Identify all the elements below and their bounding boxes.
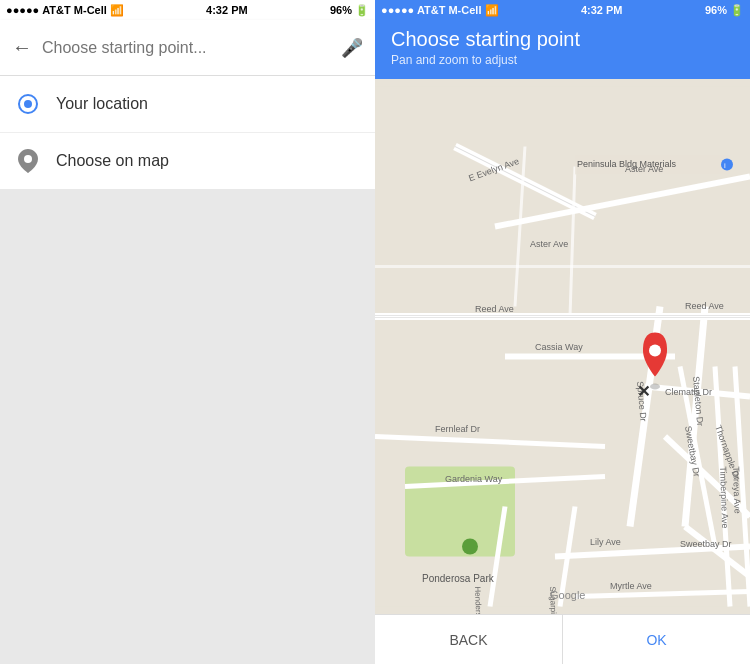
- svg-text:Reed Ave: Reed Ave: [685, 301, 724, 311]
- ok-label: OK: [646, 632, 666, 648]
- svg-point-58: [649, 345, 661, 357]
- wifi-icon-right: 📶: [485, 4, 499, 16]
- carrier-signal-left: ●●●●● AT&T M-Cell 📶: [6, 4, 124, 17]
- top-bar: Choose starting point Pan and zoom to ad…: [375, 20, 750, 79]
- status-icons-right: 96% 🔋: [705, 4, 744, 17]
- svg-text:✕: ✕: [637, 383, 650, 400]
- svg-text:Reed Ave: Reed Ave: [475, 304, 514, 314]
- option-your-location[interactable]: Your location: [0, 76, 375, 133]
- svg-text:Lily Ave: Lily Ave: [590, 537, 621, 547]
- svg-point-30: [721, 159, 733, 171]
- svg-point-57: [650, 384, 660, 390]
- svg-text:Torreya Ave: Torreya Ave: [731, 466, 743, 514]
- svg-text:Fernleaf Dr: Fernleaf Dr: [435, 424, 480, 434]
- location-dot-icon: [16, 92, 40, 116]
- svg-text:Aster Ave: Aster Ave: [530, 239, 568, 249]
- svg-text:Ponderosa Park: Ponderosa Park: [422, 573, 495, 584]
- choose-on-map-label: Choose on map: [56, 152, 169, 170]
- svg-point-53: [462, 539, 478, 555]
- your-location-label: Your location: [56, 95, 148, 113]
- back-button-bottom[interactable]: BACK: [375, 615, 563, 664]
- back-button[interactable]: ←: [12, 36, 32, 59]
- ok-button[interactable]: OK: [563, 615, 750, 664]
- wifi-icon-left: 📶: [110, 4, 124, 17]
- svg-text:Henderson Ave: Henderson Ave: [473, 586, 484, 614]
- top-bar-subtitle: Pan and zoom to adjust: [391, 53, 734, 67]
- time-right: 4:32 PM: [581, 4, 623, 16]
- map-area[interactable]: Peninsula Bldg Materials i E Evelyn Ave …: [375, 79, 750, 614]
- right-panel: ●●●●● AT&T M-Cell 📶 4:32 PM 96% 🔋 Choose…: [375, 0, 750, 664]
- bottom-bar: BACK OK: [375, 614, 750, 664]
- status-bar-left: ●●●●● AT&T M-Cell 📶 4:32 PM 96% 🔋: [0, 0, 375, 20]
- search-input[interactable]: [42, 39, 331, 57]
- svg-text:Google: Google: [550, 589, 585, 601]
- mic-icon[interactable]: 🎤: [341, 37, 363, 59]
- carrier-left: AT&T M-Cell: [42, 4, 107, 16]
- battery-icon-right: 🔋: [730, 4, 744, 16]
- svg-text:Gardenia Way: Gardenia Way: [445, 474, 503, 484]
- signal-dots-right: ●●●●●: [381, 4, 414, 16]
- search-bar: ← 🎤: [0, 20, 375, 76]
- options-list: Your location Choose on map: [0, 76, 375, 189]
- svg-text:Cassia Way: Cassia Way: [535, 342, 583, 352]
- carrier-signal-right: ●●●●● AT&T M-Cell 📶: [381, 4, 499, 17]
- top-bar-title: Choose starting point: [391, 28, 734, 51]
- svg-point-0: [24, 155, 32, 163]
- option-choose-on-map[interactable]: Choose on map: [0, 133, 375, 189]
- time-left: 4:32 PM: [206, 4, 248, 16]
- svg-text:Aster Ave: Aster Ave: [625, 164, 663, 174]
- battery-percent-right: 96%: [705, 4, 727, 16]
- left-panel: ●●●●● AT&T M-Cell 📶 4:32 PM 96% 🔋 ← 🎤 Yo…: [0, 0, 375, 664]
- battery-icon-left: 🔋: [355, 4, 369, 17]
- battery-percent-left: 96%: [330, 4, 352, 16]
- back-label: BACK: [449, 632, 487, 648]
- svg-text:Sweetbay Dr: Sweetbay Dr: [680, 539, 732, 549]
- svg-text:Clematis Dr: Clematis Dr: [665, 387, 712, 397]
- carrier-right: AT&T M-Cell: [417, 4, 482, 16]
- status-bar-right: ●●●●● AT&T M-Cell 📶 4:32 PM 96% 🔋: [375, 0, 750, 20]
- signal-dots-left: ●●●●●: [6, 4, 39, 16]
- svg-text:i: i: [724, 161, 726, 170]
- status-right-left: 96% 🔋: [330, 4, 369, 17]
- map-pin-icon: [16, 149, 40, 173]
- svg-text:Myrtle Ave: Myrtle Ave: [610, 581, 652, 591]
